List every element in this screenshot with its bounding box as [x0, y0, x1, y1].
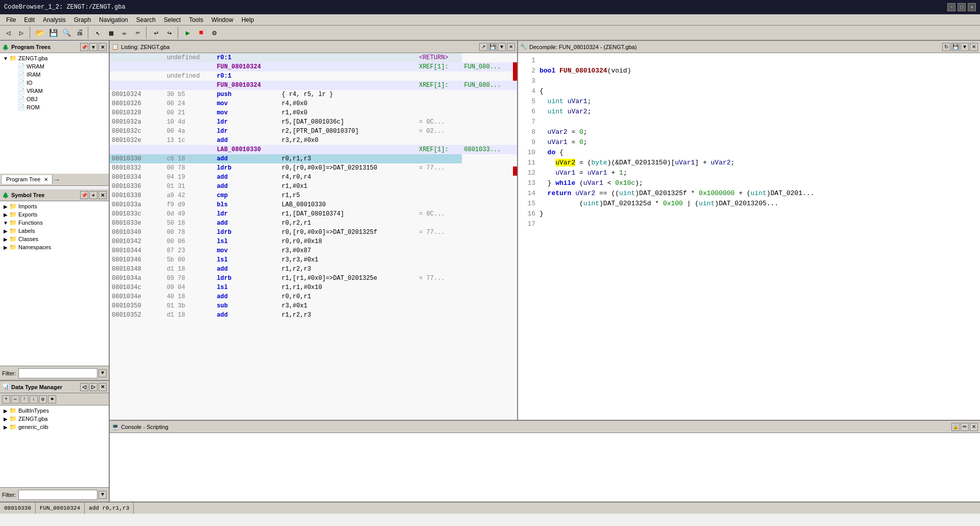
symbol-tree-item-5[interactable]: ▶📁Namespaces — [1, 243, 108, 251]
dtm-item-0[interactable]: ▶📁BuiltInTypes — [1, 407, 108, 415]
symbol-tree-item-4[interactable]: ▶📁Classes — [1, 235, 108, 243]
menu-item-graph[interactable]: Graph — [70, 14, 95, 25]
table-row[interactable]: 08010338 a9 42 cmp r1,r5 — [110, 191, 517, 200]
menu-item-help[interactable]: Help — [237, 14, 258, 25]
table-row[interactable]: 0801032a 10 4d ldr r5,[DAT_0801036c] = 0… — [110, 117, 517, 127]
table-row[interactable]: FUN_08010324 XREF[1]: FUN_080... — [110, 81, 517, 90]
symbol-tree-new[interactable]: + — [89, 191, 97, 199]
stop-button[interactable]: ■ — [195, 27, 207, 39]
dtm-delete[interactable]: ✂ — [11, 395, 19, 403]
table-row[interactable]: 08010330 c8 18 add r0,r1,r3 — [110, 154, 517, 163]
menu-item-file[interactable]: File — [2, 14, 20, 25]
table-row[interactable]: 08010340 00 78 ldrb r0,[r0,#0x0]=>DAT_02… — [110, 228, 517, 237]
listing-detach[interactable]: ↗ — [479, 43, 487, 51]
table-row[interactable]: FUN_08010324 XREF[1]: FUN_080... — [110, 62, 517, 71]
dtm-filter-options[interactable]: ▼ — [99, 491, 107, 499]
delete-button[interactable]: ✂ — [132, 27, 144, 39]
listing-save[interactable]: 💾 — [488, 43, 497, 51]
save-button[interactable]: 💾 — [47, 27, 59, 39]
dtm-expand-1[interactable]: ▶ — [2, 416, 9, 422]
close-button[interactable]: ✕ — [968, 3, 976, 11]
symbol-tree-item-3[interactable]: ▶📁Labels — [1, 227, 108, 235]
table-row[interactable]: 08010344 87 23 mov r3,#0x87 — [110, 246, 517, 255]
table-row[interactable]: 08010346 5b 00 lsl r3,r3,#0x1 — [110, 255, 517, 265]
program-tree-item-2[interactable]: 📄IRAM — [1, 70, 108, 79]
table-row[interactable]: LAB_08010330 XREF[1]: 0801033... — [110, 145, 517, 154]
table-row[interactable]: 0801033c 0d 49 ldr r1,[DAT_08010374] = 0… — [110, 209, 517, 219]
menu-item-window[interactable]: Window — [207, 14, 237, 25]
table-row[interactable]: 0801032c 00 4a ldr r2,[PTR_DAT_08010370]… — [110, 127, 517, 136]
listing-menu[interactable]: ▼ — [498, 43, 506, 51]
table-row[interactable]: 0801033e 50 18 add r0,r2,r1 — [110, 219, 517, 228]
dtm-up[interactable]: ↑ — [20, 395, 29, 403]
decompile-content[interactable]: 1 2bool FUN_08010324(void)3 4{5 uint uVa… — [518, 53, 980, 420]
sym-expand-4[interactable]: ▶ — [2, 236, 9, 242]
sym-expand-1[interactable]: ▶ — [2, 212, 9, 218]
table-row[interactable]: 08010350 01 3b sub r3,#0x1 — [110, 301, 517, 310]
run-button[interactable]: ▶ — [182, 27, 194, 39]
print-button[interactable]: 🖨 — [74, 27, 86, 39]
open-button[interactable]: 📂 — [34, 27, 46, 39]
table-row[interactable]: 0801033a f9 d9 bls LAB_08010330 — [110, 200, 517, 209]
program-tree-item-0[interactable]: ▼📁ZENGT.gba — [1, 54, 108, 62]
dtm-flag[interactable]: ⚑ — [48, 395, 56, 403]
dtm-filter-input[interactable] — [18, 490, 98, 500]
program-trees-pin[interactable]: 📌 — [80, 43, 88, 51]
program-tree-item-3[interactable]: 📄IO — [1, 79, 108, 87]
table-row[interactable]: 08010348 d1 18 add r1,r2,r3 — [110, 265, 517, 274]
edit-button[interactable]: ✏ — [118, 27, 131, 39]
expand-arrow[interactable]: → — [55, 176, 59, 184]
console-edit[interactable]: ✏ — [961, 423, 969, 431]
table-row[interactable]: 08010334 04 19 add r4,r0,r4 — [110, 173, 517, 182]
program-tree-tab[interactable]: Program Tree ✕ — [2, 175, 53, 184]
dtm-expand-2[interactable]: ▶ — [2, 424, 9, 430]
menu-item-navigation[interactable]: Navigation — [95, 14, 132, 25]
symbol-tree-item-2[interactable]: ▼📁Functions — [1, 219, 108, 227]
tree-expand-0[interactable]: ▼ — [2, 56, 9, 61]
program-tree-tab-close[interactable]: ✕ — [44, 177, 48, 182]
dtm-down[interactable]: ↓ — [30, 395, 38, 403]
program-trees-close[interactable]: ✕ — [99, 43, 107, 51]
cursor-button[interactable]: ↖ — [92, 27, 104, 39]
symbol-tree-item-0[interactable]: ▶📁Imports — [1, 202, 108, 210]
dtm-option[interactable]: ⚙ — [39, 395, 47, 403]
dtm-arrow-left[interactable]: ◁ — [80, 383, 88, 391]
program-tree-item-6[interactable]: 📄ROM — [1, 103, 108, 111]
sym-expand-0[interactable]: ▶ — [2, 204, 9, 209]
maximize-button[interactable]: □ — [958, 3, 966, 11]
program-tree-item-4[interactable]: 📄VRAM — [1, 87, 108, 95]
menu-item-edit[interactable]: Edit — [20, 14, 39, 25]
listing-close[interactable]: ✕ — [507, 43, 515, 51]
symbol-tree-close[interactable]: ✕ — [99, 191, 107, 199]
table-row[interactable]: 08010352 d1 18 add r1,r2,r3 — [110, 310, 517, 320]
console-lock[interactable]: 🔒 — [951, 423, 960, 431]
program-tree-item-5[interactable]: 📄OBJ — [1, 95, 108, 103]
back-button[interactable]: ◁ — [2, 27, 14, 39]
settings-button[interactable]: ⚙ — [208, 27, 220, 39]
console-close[interactable]: ✕ — [970, 423, 978, 431]
program-tree-item-1[interactable]: 📄WRAM — [1, 62, 108, 70]
table-row[interactable]: 08010342 00 06 lsl r0,r0,#0x18 — [110, 237, 517, 246]
menu-item-tools[interactable]: Tools — [185, 14, 207, 25]
console-content[interactable] — [110, 433, 980, 501]
dtm-item-1[interactable]: ▶📁ZENGT.gba — [1, 415, 108, 423]
symbol-tree-pin[interactable]: 📌 — [80, 191, 88, 199]
decompile-close[interactable]: ✕ — [970, 43, 978, 51]
sym-expand-5[interactable]: ▶ — [2, 245, 9, 250]
table-row[interactable]: 08010336 01 31 add r1,#0x1 — [110, 182, 517, 191]
select-button[interactable]: ▦ — [105, 27, 117, 39]
table-row[interactable]: 08010332 00 78 ldrb r0,[r0,#0x0]=>DAT_02… — [110, 163, 517, 173]
sym-expand-3[interactable]: ▶ — [2, 228, 9, 234]
decompile-menu[interactable]: ▼ — [961, 43, 969, 51]
program-trees-menu[interactable]: ▼ — [89, 43, 97, 51]
filter-options-button[interactable]: ▼ — [99, 369, 107, 377]
undo-button[interactable]: ↩ — [150, 27, 162, 39]
symbol-tree-item-1[interactable]: ▶📁Exports — [1, 210, 108, 219]
sym-expand-2[interactable]: ▼ — [2, 220, 9, 226]
table-row[interactable]: 0801034c 09 04 lsl r1,r1,#0x10 — [110, 283, 517, 292]
table-row[interactable]: 08010324 30 b5 push { r4, r5, lr } — [110, 90, 517, 99]
menu-item-analysis[interactable]: Analysis — [39, 14, 70, 25]
redo-button[interactable]: ↪ — [163, 27, 176, 39]
dtm-expand-0[interactable]: ▶ — [2, 408, 9, 414]
decompile-refresh[interactable]: ↻ — [942, 43, 950, 51]
